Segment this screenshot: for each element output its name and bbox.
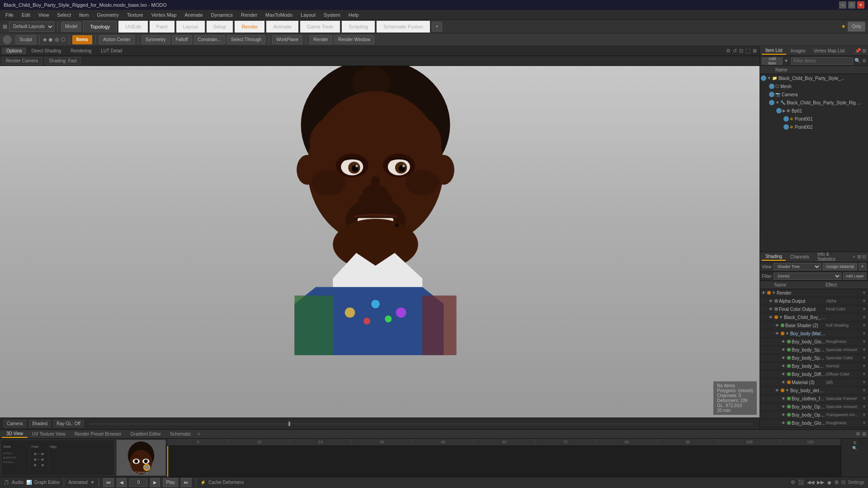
f-button[interactable]: F <box>859 263 866 270</box>
shader-item-render[interactable]: 👁 ▼ Render ▼ <box>760 289 868 297</box>
tab-layout[interactable]: Layout <box>176 21 205 33</box>
menu-render[interactable]: Render <box>237 11 261 19</box>
frame-input[interactable] <box>129 479 147 487</box>
menu-texture[interactable]: Texture <box>123 11 147 19</box>
tab-render-preset-browser[interactable]: Render Preset Browser <box>70 431 126 437</box>
menu-system[interactable]: System <box>320 11 344 19</box>
add-layer-button[interactable]: Add Layer <box>843 272 866 280</box>
tab-schematic-fusion[interactable]: Schematic Fusion <box>377 21 429 33</box>
tab-topology[interactable]: Topology <box>83 21 117 33</box>
tab-animate[interactable]: Animate <box>266 21 298 33</box>
shader-item-boy-body-diffuse[interactable]: 👁 Boy_body_Diffuse Diffuse Color ▼ <box>760 371 868 379</box>
symmetry-button[interactable]: Symmetry <box>142 35 170 44</box>
menu-vertex-map[interactable]: Vertex Map <box>148 11 180 19</box>
tab-uvedit[interactable]: UVEdit <box>118 21 147 33</box>
menu-item[interactable]: Item <box>75 11 92 19</box>
shader-item-alpha-output[interactable]: 👁 Alpha Output Alpha ▼ <box>760 297 868 305</box>
minimize-button[interactable]: ─ <box>839 1 846 9</box>
vp-icon1[interactable]: ⚙ <box>726 48 731 54</box>
close-button[interactable]: ✕ <box>857 1 864 9</box>
tab-images[interactable]: Images <box>787 47 809 54</box>
tab-gradient-editor[interactable]: Gradient Editor <box>126 431 165 437</box>
view-select[interactable]: Shader Tree <box>774 263 821 270</box>
shader-item-boy-body-bump[interactable]: 👁 Boy_body_bump_b... Normal ▼ <box>760 362 868 371</box>
transport-icon4[interactable]: ▶▶ <box>817 479 824 485</box>
tree-item-mesh[interactable]: ⬡ Mesh <box>760 82 868 90</box>
shader-item-material3[interactable]: 👁 Material (3) (all) ▼ <box>760 379 868 387</box>
cache-deformers-label[interactable]: Cache Deformers <box>208 480 244 485</box>
tab-uv-texture-view[interactable]: UV Texture View <box>28 431 70 437</box>
sh-expand-icon[interactable]: ⊞ <box>857 254 861 260</box>
shader-item-final-color[interactable]: 👁 Final Color Output Final Color ▼ <box>760 305 868 314</box>
tree-item-root[interactable]: ▼ 📁 Black_Child_Boy_Party_Style_... <box>760 74 868 82</box>
filter-select[interactable]: (none) <box>774 272 841 280</box>
model-tab[interactable]: Model <box>61 22 81 32</box>
shader-item-boy-body-detail[interactable]: 👁 ▼ Boy_body_detail (Mat... ▼ <box>760 387 868 395</box>
filter-items-input[interactable] <box>791 57 853 65</box>
tree-item-rig[interactable]: ▼ 🔧 Black_Child_Boy_Party_Style_Rig ... <box>760 99 868 107</box>
tab-shading[interactable]: Shading <box>762 253 786 261</box>
sh-pin-icon[interactable]: ⊟ <box>862 254 866 260</box>
tab-game-tools[interactable]: Game Tools <box>300 21 340 33</box>
vp-icon5[interactable]: ⊠ <box>753 48 757 54</box>
tab-vertex-map-list[interactable]: Vertex Map List <box>810 47 849 54</box>
tab-render[interactable]: Render <box>235 21 264 33</box>
action-center-button[interactable]: Action Center <box>99 35 135 44</box>
menu-dynamics[interactable]: Dynamics <box>208 11 236 19</box>
play-button[interactable]: Play <box>163 478 178 487</box>
tab-channels[interactable]: Channels <box>787 253 813 260</box>
shader-item-body-opacity2[interactable]: 👁 Boy_body_Opacity ... Transparent Am...… <box>760 411 868 419</box>
add-item-button[interactable]: Add Item <box>762 57 783 65</box>
select-through-button[interactable]: Select Through <box>227 35 266 44</box>
tab-info-statistics[interactable]: Info & Statistics <box>814 252 850 263</box>
transport-icon3[interactable]: ◀◀ <box>807 479 814 485</box>
shader-item-clothes-fresn1[interactable]: 👁 Boy_clothes_fresn... Specular Fresnel … <box>760 395 868 403</box>
tl-icon1[interactable]: ⚙ <box>853 441 857 445</box>
tab-scripting[interactable]: Scripting <box>342 21 375 33</box>
add-tab-button[interactable]: + <box>432 22 443 32</box>
filter-icon[interactable]: 🔍 <box>854 58 861 64</box>
tl-mini-viewport[interactable]: Camera <box>116 440 166 476</box>
vp-lut-detail-tab[interactable]: LUT Detail <box>96 47 127 54</box>
vp-icon3[interactable]: ⊡ <box>739 48 743 54</box>
render-button[interactable]: Render <box>309 35 332 44</box>
settings-icon[interactable]: ⚙ <box>856 431 860 437</box>
render-window-button[interactable]: Render Window <box>334 35 374 44</box>
transport-icon7[interactable]: ⊡ <box>841 479 845 485</box>
animated-dropdown[interactable]: ▼ <box>90 480 95 485</box>
shader-item-base-shader[interactable]: 👁 Base Shader (2) Full Shading ▼ <box>760 322 868 330</box>
goto-start-button[interactable]: ⏮ <box>103 478 114 487</box>
tab-item-list[interactable]: Item List <box>762 47 786 55</box>
tab-3d-view[interactable]: 3D View <box>2 430 28 438</box>
tab-setup[interactable]: Setup <box>207 21 233 33</box>
maximize-button[interactable]: □ <box>848 1 855 9</box>
sculpt-button[interactable]: Sculpt <box>15 35 36 44</box>
menu-help[interactable]: Help <box>345 11 363 19</box>
shader-item-body-gloss2[interactable]: 👁 Boy_body_Glossine... Roughness ▼ <box>760 419 868 427</box>
shader-item-boy-body-gloss[interactable]: 👁 Boy_body_Glossine... Roughness ▼ <box>760 338 868 346</box>
transport-icon5[interactable]: ⏺ <box>827 480 832 485</box>
work-plane-button[interactable]: WorkPlane <box>272 35 302 44</box>
next-frame-button[interactable]: ▶ <box>150 478 160 487</box>
expand-icon[interactable]: ⊞ <box>862 48 866 54</box>
menu-maxtomodo[interactable]: MaxToModo <box>262 11 296 19</box>
menu-geometry[interactable]: Geometry <box>93 11 122 19</box>
transport-icon2[interactable]: ⬛ <box>798 479 804 485</box>
timeline-track[interactable] <box>167 446 841 477</box>
graph-editor-label[interactable]: Graph Editor <box>34 480 60 485</box>
shader-item-black-child[interactable]: 👁 ▼ Black_Child_Boy_Party_... ▼ <box>760 314 868 322</box>
shader-item-boy-body-mat[interactable]: 👁 ▼ Boy_body (Material) ▼ <box>760 330 868 338</box>
falloff-button[interactable]: Falloff <box>172 35 192 44</box>
menu-animate[interactable]: Animate <box>181 11 206 19</box>
tab-paint[interactable]: Paint <box>150 21 175 33</box>
menu-file[interactable]: File <box>2 11 17 19</box>
menu-edit[interactable]: Edit <box>18 11 34 19</box>
shader-item-body-opacity1[interactable]: 👁 Boy_body_Opacity ... Specular Amount ▼ <box>760 403 868 411</box>
menu-view[interactable]: View <box>35 11 53 19</box>
transport-icon1[interactable]: ⚙ <box>791 479 795 485</box>
items-button[interactable]: Items <box>72 35 92 44</box>
viewport-canvas[interactable]: No Items Polygons: (mixed) Channels: 0 D… <box>0 66 760 418</box>
goto-end-button[interactable]: ⏭ <box>181 478 192 487</box>
add-tab-icon[interactable]: + <box>198 431 200 436</box>
settings-label[interactable]: Settings <box>848 480 864 485</box>
